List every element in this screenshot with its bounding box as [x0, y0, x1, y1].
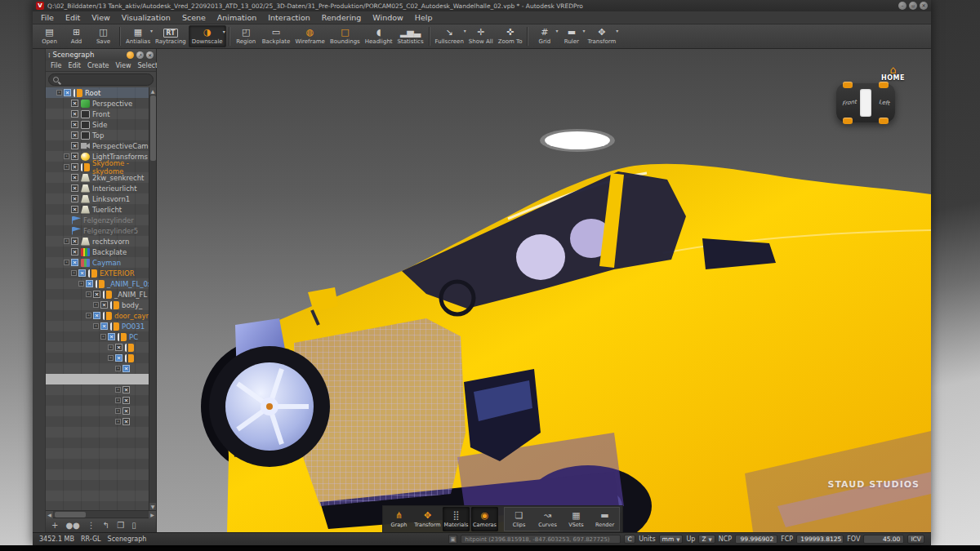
- units-dropdown[interactable]: mm ▼: [659, 535, 684, 544]
- scenegraph-search-input[interactable]: [48, 73, 154, 86]
- tree-row-anim-fl-0x[interactable]: -✕_ANIM_FL_0x: [46, 278, 149, 289]
- tree-row[interactable]: -✕: [46, 353, 149, 363]
- clips-module-button[interactable]: ❏Clips: [506, 508, 532, 531]
- menu-edit[interactable]: Edit: [65, 13, 80, 22]
- tree-row-perspective[interactable]: ✕Perspective: [46, 98, 149, 109]
- wireframe-button[interactable]: ◍Wireframe: [292, 25, 327, 47]
- tree-row-2kw-senkrecht[interactable]: ✕2kw_senkrecht: [46, 172, 149, 183]
- tree-row-interieurlicht[interactable]: ✕Interieurlicht: [46, 183, 149, 193]
- cube-corner[interactable]: [843, 118, 853, 124]
- tree-row[interactable]: -✕: [46, 363, 149, 374]
- curves-module-button[interactable]: ↝Curves: [534, 508, 561, 531]
- tree-row-top[interactable]: ✕Top: [46, 130, 149, 140]
- visibility-checkbox[interactable]: ✕: [122, 365, 130, 372]
- add-button[interactable]: ⊞Add: [63, 25, 90, 47]
- render-module-button[interactable]: ▬Render: [591, 508, 618, 531]
- home-button[interactable]: ⌂ HOME: [881, 65, 905, 82]
- minimize-button[interactable]: –: [898, 2, 906, 10]
- menu-view[interactable]: View: [91, 13, 110, 22]
- statistics-button[interactable]: ▂▅▃Statistics: [395, 25, 426, 47]
- viewport-3d[interactable]: ⌂ HOME Front Left STAUD STUDIOS ⋔Graph✥T…: [157, 49, 931, 532]
- scrollbar-thumb[interactable]: [150, 96, 156, 161]
- hitpoint-field[interactable]: hitpoint (2396.815918, -847.603253, 697.…: [461, 535, 621, 544]
- visibility-checkbox[interactable]: ✕: [71, 174, 78, 181]
- hitpoint-snap-button[interactable]: ▣: [448, 535, 457, 544]
- menu-help[interactable]: Help: [415, 13, 433, 22]
- menu-scene[interactable]: Scene: [182, 13, 206, 22]
- visibility-checkbox[interactable]: ✕: [71, 131, 78, 139]
- visibility-checkbox[interactable]: ✕: [71, 163, 78, 171]
- visibility-checkbox[interactable]: ✕: [71, 195, 78, 202]
- menu-animation[interactable]: Animation: [217, 13, 256, 22]
- open-button[interactable]: ▤Open: [36, 25, 63, 47]
- copy-node-button[interactable]: ❐: [117, 519, 124, 532]
- tree-row-side[interactable]: ✕Side: [46, 119, 149, 130]
- delete-node-button[interactable]: ▯: [131, 519, 136, 532]
- tree-vertical-scrollbar[interactable]: ▲ ▼: [149, 87, 156, 510]
- visibility-checkbox[interactable]: ✕: [71, 153, 78, 160]
- materials-module-button[interactable]: ⣿Materials: [443, 507, 470, 531]
- tree-horizontal-scrollbar[interactable]: ◀ ▶: [46, 510, 156, 518]
- expander-toggle-icon[interactable]: -: [115, 398, 121, 403]
- region-button[interactable]: ◰Region: [233, 25, 260, 47]
- tree-row-perspectivecamera[interactable]: ✕PerspectiveCamera: [46, 140, 149, 151]
- antialias-button[interactable]: ▦▾Antialias: [123, 25, 153, 47]
- tree-row-body[interactable]: -✕body_: [46, 300, 149, 310]
- expander-toggle-icon[interactable]: -: [115, 387, 121, 393]
- tree-row-root[interactable]: -✕Root: [46, 87, 149, 98]
- visibility-checkbox[interactable]: ✕: [71, 100, 78, 107]
- tree-row-door-cayr[interactable]: -✕door_cayr: [46, 310, 149, 321]
- expander-toggle-icon[interactable]: -: [78, 281, 84, 287]
- tree-row-pc[interactable]: -✕PC: [46, 331, 149, 342]
- dropdown-arrow-icon[interactable]: ▾: [223, 29, 225, 34]
- tree-row-backplate[interactable]: ✕Backplate: [46, 247, 149, 257]
- scenegraph-header[interactable]: ⁝ Scenegraph ↗ ✕: [46, 49, 156, 60]
- panel-close-button[interactable]: ✕: [146, 51, 154, 59]
- expander-toggle-icon[interactable]: -: [93, 323, 99, 329]
- cube-face-center[interactable]: [860, 89, 871, 117]
- scenegraph-menu-create[interactable]: Create: [87, 62, 109, 69]
- expander-toggle-icon[interactable]: -: [56, 90, 62, 96]
- hscrollbar-thumb[interactable]: [55, 512, 86, 518]
- visibility-checkbox[interactable]: ✕: [100, 301, 108, 309]
- boundings-button[interactable]: □Boundings: [327, 25, 363, 47]
- visibility-checkbox[interactable]: ✕: [122, 418, 130, 425]
- visibility-checkbox[interactable]: ✕: [71, 142, 78, 149]
- ncp-field[interactable]: 99.996902: [735, 535, 777, 544]
- tree-row[interactable]: [46, 374, 149, 384]
- expander-toggle-icon[interactable]: -: [108, 355, 114, 361]
- visibility-checkbox[interactable]: ✕: [78, 269, 86, 277]
- zoom-to-button[interactable]: ✜Zoom To: [496, 25, 525, 47]
- menu-rendering[interactable]: Rendering: [322, 13, 362, 22]
- transform-button[interactable]: ✥▾Transform: [585, 25, 618, 47]
- visibility-checkbox[interactable]: ✕: [71, 238, 78, 245]
- visibility-checkbox[interactable]: ✕: [108, 333, 115, 340]
- tree-row-anim-fl[interactable]: -✕_ANIM_FL: [46, 289, 149, 300]
- expander-toggle-icon[interactable]: -: [71, 270, 77, 276]
- fcp-field[interactable]: 199993.8125: [796, 535, 844, 544]
- sort-nodes-button[interactable]: ⋮: [87, 519, 96, 532]
- up-axis-dropdown[interactable]: Z ▼: [698, 535, 715, 544]
- cameras-module-button[interactable]: ◉Cameras: [471, 507, 498, 531]
- c-button[interactable]: C: [624, 535, 635, 544]
- visibility-checkbox[interactable]: ✕: [115, 344, 122, 351]
- visibility-checkbox[interactable]: ✕: [71, 259, 78, 266]
- expander-toggle-icon[interactable]: -: [115, 419, 121, 424]
- menu-file[interactable]: File: [41, 13, 54, 22]
- tree-row[interactable]: -✕: [46, 406, 149, 416]
- expander-toggle-icon[interactable]: -: [86, 313, 91, 318]
- expander-toggle-icon[interactable]: -: [100, 334, 106, 340]
- backplate-button[interactable]: ▭Backplate: [260, 25, 293, 47]
- tree-row-linksvorn1[interactable]: ✕Linksvorn1: [46, 193, 149, 204]
- visibility-checkbox[interactable]: ✕: [71, 110, 78, 118]
- panel-pin-button[interactable]: [127, 51, 134, 59]
- icv-button[interactable]: ICV: [907, 535, 924, 544]
- tree-row-rechtsvorn[interactable]: -✕rechtsvorn: [46, 236, 149, 247]
- fullscreen-button[interactable]: ↘▾Fullscreen: [433, 25, 466, 47]
- menu-interaction[interactable]: Interaction: [268, 13, 310, 22]
- cube-face-front[interactable]: Front: [842, 99, 857, 107]
- scenegraph-menu-view[interactable]: View: [115, 62, 131, 69]
- view-cube[interactable]: Front Left: [836, 83, 895, 122]
- menu-visualization[interactable]: Visualization: [122, 13, 171, 22]
- visibility-checkbox[interactable]: ✕: [122, 386, 130, 393]
